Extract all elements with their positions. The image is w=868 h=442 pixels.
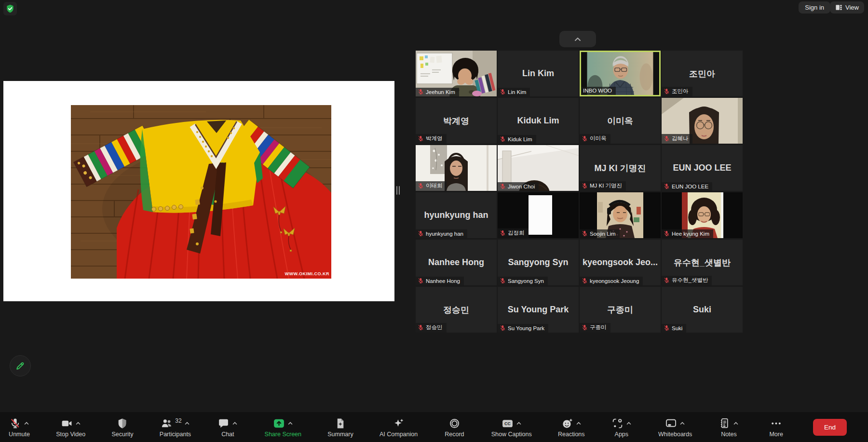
- participant-tile[interactable]: 정승민정승민: [416, 287, 497, 333]
- participant-tile[interactable]: 유수현_샛별반유수현_샛별반: [662, 240, 743, 285]
- mic-muted-icon: [9, 417, 21, 429]
- muted-mic-icon: [582, 135, 588, 142]
- participant-label-text: Nanhee Hong: [426, 278, 460, 284]
- participant-name-label: 구종미: [580, 323, 610, 333]
- participant-name-label: Jiwon Choi: [498, 182, 539, 191]
- muted-mic-icon: [418, 183, 424, 189]
- panel-resize-handle[interactable]: [395, 185, 401, 196]
- participant-name-label: 김혜나: [662, 134, 692, 144]
- toolbar-ai-companion[interactable]: AI Companion: [380, 417, 418, 438]
- show-captions-options-caret[interactable]: [516, 421, 522, 426]
- participant-name-label: 이태희: [416, 181, 447, 191]
- chat-options-caret[interactable]: [232, 421, 238, 426]
- muted-mic-icon: [500, 183, 506, 189]
- participant-tile[interactable]: 김정희: [498, 192, 579, 238]
- participant-label-text: Lin Kim: [508, 89, 526, 95]
- participant-label-text: 박계영: [426, 135, 443, 142]
- participant-tile[interactable]: Jeehun Kim: [416, 51, 497, 96]
- muted-mic-icon: [582, 230, 588, 237]
- participant-tile[interactable]: 구종미구종미: [580, 287, 661, 333]
- participant-name-label: Su Young Park: [498, 324, 548, 333]
- toolbar-label: Security: [111, 431, 133, 438]
- muted-mic-icon: [664, 135, 670, 142]
- participants-options-caret[interactable]: [184, 421, 190, 426]
- participant-label-text: EUN JOO LEE: [672, 184, 708, 189]
- toolbar-chat[interactable]: Chat: [217, 417, 238, 438]
- security-shield-icon: [116, 417, 128, 429]
- toolbar-share-screen[interactable]: Share Screen: [265, 417, 301, 438]
- muted-mic-icon: [500, 325, 506, 331]
- participant-tile[interactable]: 김혜나: [662, 98, 743, 144]
- participant-tile[interactable]: Jiwon Choi: [498, 145, 579, 191]
- toolbar-label: Chat: [221, 431, 234, 438]
- sign-in-button[interactable]: Sign in: [799, 1, 830, 13]
- chat-bubble-icon: [217, 417, 230, 429]
- toolbar-notes[interactable]: Notes: [718, 417, 739, 438]
- unmute-options-caret[interactable]: [24, 421, 29, 426]
- toolbar-label: Unmute: [9, 431, 30, 438]
- participant-tile[interactable]: MJ KI 기명진MJ KI 기명진: [580, 145, 661, 191]
- meeting-security-badge[interactable]: [3, 2, 17, 15]
- participant-name-label: Suki: [662, 324, 686, 333]
- toolbar-reactions[interactable]: Reactions: [558, 417, 585, 438]
- participant-tile[interactable]: 박계영박계영: [416, 98, 497, 144]
- reactions-options-caret[interactable]: [576, 421, 582, 426]
- participant-label-text: 유수현_샛별반: [672, 277, 708, 284]
- whiteboard-icon: [665, 417, 677, 429]
- participant-tile[interactable]: hyunkyung hanhyunkyung han: [416, 192, 497, 238]
- participant-tile[interactable]: Nanhee HongNanhee Hong: [416, 240, 497, 285]
- participant-tile[interactable]: Kiduk LimKiduk Lim: [498, 98, 579, 144]
- muted-mic-icon: [582, 324, 588, 331]
- muted-mic-icon: [500, 230, 506, 236]
- toolbar-whiteboards[interactable]: Whiteboards: [658, 417, 692, 438]
- participant-name-label: Hee kyung Kim: [662, 229, 713, 238]
- apps-options-caret[interactable]: [626, 421, 632, 426]
- participant-tile[interactable]: INBO WOO: [580, 51, 661, 96]
- participant-name-label: Kiduk Lim: [498, 135, 536, 144]
- toolbar-participants[interactable]: 32Participants: [160, 417, 191, 438]
- annotation-pencil-button[interactable]: [10, 355, 31, 376]
- toolbar-security[interactable]: Security: [111, 417, 133, 438]
- share-screen-options-caret[interactable]: [287, 421, 293, 426]
- participant-name-label: 이미옥: [580, 134, 610, 144]
- muted-mic-icon: [582, 183, 588, 189]
- toolbar-more[interactable]: More: [766, 417, 787, 438]
- participant-tile[interactable]: Hee kyung Kim: [662, 192, 743, 238]
- end-button[interactable]: End: [813, 419, 847, 436]
- participant-tile[interactable]: kyeongsook Jeo...kyeongsook Jeoung: [580, 240, 661, 285]
- notes-icon: [719, 417, 731, 429]
- participant-name-label: MJ KI 기명진: [580, 181, 626, 191]
- stop-video-options-caret[interactable]: [75, 421, 81, 426]
- notes-options-caret[interactable]: [733, 421, 739, 426]
- muted-mic-icon: [664, 230, 670, 237]
- whiteboards-options-caret[interactable]: [679, 421, 685, 426]
- participant-label-text: Suki: [672, 325, 682, 331]
- hanbok-photo: WWW.OKIMI.CO.KR: [71, 105, 331, 279]
- toolbar-record[interactable]: Record: [444, 417, 465, 438]
- participant-tile[interactable]: 조민아조민아: [662, 51, 743, 96]
- collapse-gallery-button[interactable]: [559, 31, 596, 47]
- participant-tile[interactable]: Lin KimLin Kim: [498, 51, 579, 96]
- view-button[interactable]: View: [830, 1, 864, 13]
- participant-tile[interactable]: Su Young ParkSu Young Park: [498, 287, 579, 333]
- toolbar-apps[interactable]: Apps: [611, 417, 632, 438]
- camera-icon: [61, 417, 73, 429]
- participant-tile[interactable]: Sangyong SynSangyong Syn: [498, 240, 579, 285]
- toolbar-summary[interactable]: Summary: [327, 417, 353, 438]
- summary-document-icon: [334, 417, 346, 429]
- participant-tile[interactable]: SukiSuki: [662, 287, 743, 333]
- participant-label-text: 이태희: [426, 182, 443, 189]
- toolbar-stop-video[interactable]: Stop Video: [56, 417, 85, 438]
- toolbar-show-captions[interactable]: CCShow Captions: [491, 417, 532, 438]
- participant-tile[interactable]: Soojin Lim: [580, 192, 661, 238]
- participant-name-label: 유수현_샛별반: [662, 276, 712, 285]
- participant-tile[interactable]: 이태희: [416, 145, 497, 191]
- participant-label-text: 김혜나: [672, 135, 689, 142]
- toolbar-label: More: [769, 431, 783, 438]
- participant-tile[interactable]: EUN JOO LEEEUN JOO LEE: [662, 145, 743, 191]
- ai-sparkle-icon: [393, 417, 405, 429]
- toolbar-unmute[interactable]: Unmute: [9, 417, 30, 438]
- view-grid-icon: [835, 4, 842, 11]
- participant-label-text: kyeongsook Jeoung: [590, 278, 639, 284]
- participant-tile[interactable]: 이미옥이미옥: [580, 98, 661, 144]
